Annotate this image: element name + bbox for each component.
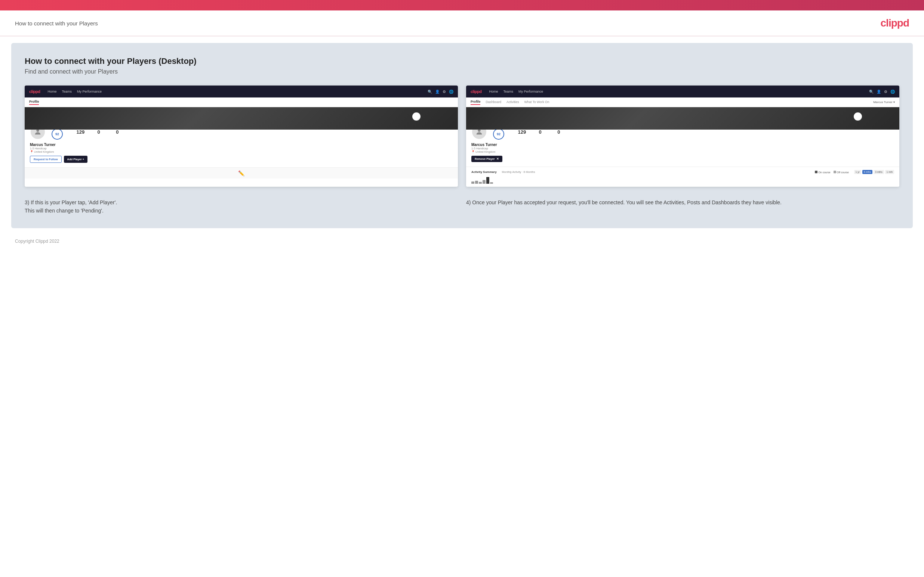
user-icon-2[interactable]: 👤 <box>877 90 881 94</box>
player-dropdown-2[interactable]: Marcus Turner ▾ <box>873 100 895 104</box>
activity-summary-section: Activity Summary Monthly Activity · 6 Mo… <box>466 166 899 187</box>
player-location-2: 📍 United Kingdom <box>471 150 894 153</box>
mock-nav-home-2[interactable]: Home <box>489 90 498 93</box>
hero-ball-1 <box>412 113 420 121</box>
period-3mths-button[interactable]: 3 mths <box>874 170 884 174</box>
mock-logo-2: clippd <box>471 89 481 94</box>
period-buttons: 1 yr 6 mths 3 mths 1 mth <box>854 170 894 174</box>
period-1yr-button[interactable]: 1 yr <box>854 170 861 174</box>
tab-profile-1[interactable]: Profile <box>29 100 39 105</box>
page-subtitle: Find and connect with your Players <box>25 68 899 75</box>
top-bar <box>0 0 924 10</box>
main-content: How to connect with your Players (Deskto… <box>11 43 913 228</box>
action-buttons-2: Remove Player ✕ <box>471 156 894 162</box>
period-1mth-button[interactable]: 1 mth <box>885 170 894 174</box>
period-6mths-button[interactable]: 6 mths <box>862 170 873 174</box>
screenshot-1: clippd Home Teams My Performance 🔍 👤 ⚙ 🌐… <box>25 85 458 187</box>
followers-value-2: 0 <box>539 129 542 135</box>
bar-4 <box>483 180 486 184</box>
player-quality-value-2: 92 <box>493 129 504 140</box>
player-name-1: Marcus Turner <box>30 143 453 147</box>
edit-area-1: ✏️ <box>25 167 458 179</box>
mock-tabs-2: Profile Dashboard Activities What To Wor… <box>466 97 899 107</box>
mock-hero-1 <box>25 107 458 130</box>
mock-logo-1: clippd <box>29 89 40 94</box>
following-value-2: 0 <box>557 129 560 135</box>
activity-chart <box>471 176 894 184</box>
mock-hero-2 <box>466 107 899 130</box>
descriptions-row: 3) If this is your Player tap, 'Add Play… <box>25 197 899 215</box>
tab-dashboard-2[interactable]: Dashboard <box>486 100 501 105</box>
bar-3 <box>479 182 482 184</box>
on-course-legend: On course <box>815 171 830 174</box>
followers-value-1: 0 <box>98 129 100 135</box>
mock-nav-teams-1[interactable]: Teams <box>62 90 72 93</box>
activity-title: Activity Summary <box>471 170 497 174</box>
activities-value-1: 129 <box>77 129 85 135</box>
tab-activities-2[interactable]: Activities <box>506 100 519 105</box>
mock-tabs-1: Profile <box>25 97 458 107</box>
mock-nav-perf-2[interactable]: My Performance <box>519 90 543 93</box>
page-title: How to connect with your Players (Deskto… <box>25 56 899 66</box>
action-buttons-1: Request to Follow Add Player + <box>30 156 453 163</box>
mock-nav-teams-2[interactable]: Teams <box>503 90 513 93</box>
mock-nav-home-1[interactable]: Home <box>47 90 57 93</box>
player-name-2: Marcus Turner <box>471 143 894 147</box>
activities-value-2: 129 <box>518 129 526 135</box>
activity-period: Monthly Activity · 6 Months <box>502 170 535 174</box>
activity-header: Activity Summary Monthly Activity · 6 Mo… <box>471 170 894 174</box>
footer: Copyright Clippd 2022 <box>0 235 924 249</box>
player-handicap-2: 1-5 Handicap <box>471 147 894 150</box>
tab-what-to-work-on-2[interactable]: What To Work On <box>524 100 549 105</box>
player-handicap-1: 1-5 Handicap <box>30 147 453 150</box>
step3-text: 3) If this is your Player tap, 'Add Play… <box>25 199 458 215</box>
request-follow-button[interactable]: Request to Follow <box>30 156 62 163</box>
header: How to connect with your Players clippd <box>0 10 924 36</box>
player-quality-value-1: 92 <box>52 129 63 140</box>
remove-player-x-icon: ✕ <box>496 157 499 161</box>
globe-icon-1[interactable]: 🌐 <box>449 90 453 94</box>
mock-nav-2: clippd Home Teams My Performance 🔍 👤 ⚙ 🌐 <box>466 85 899 97</box>
user-icon-1[interactable]: 👤 <box>435 90 439 94</box>
copyright-text: Copyright Clippd 2022 <box>15 239 60 244</box>
mock-nav-perf-1[interactable]: My Performance <box>77 90 102 93</box>
hero-ball-2 <box>854 113 862 121</box>
globe-icon-2[interactable]: 🌐 <box>890 90 895 94</box>
search-icon-2[interactable]: 🔍 <box>869 90 874 94</box>
screenshots-row: clippd Home Teams My Performance 🔍 👤 ⚙ 🌐… <box>25 85 899 187</box>
add-player-button[interactable]: Add Player + <box>64 156 88 163</box>
following-value-1: 0 <box>116 129 118 135</box>
settings-icon-2[interactable]: ⚙ <box>884 90 887 94</box>
player-info-1: Marcus Turner 1-5 Handicap 📍 United King… <box>30 143 453 153</box>
edit-icon-1: ✏️ <box>238 170 244 176</box>
bar-1 <box>471 182 474 184</box>
player-info-2: Marcus Turner 1-5 Handicap 📍 United King… <box>471 143 894 153</box>
bar-2 <box>475 181 478 184</box>
activity-legend: On course Off course <box>815 171 848 174</box>
bar-5 <box>486 177 489 184</box>
mock-nav-icons-1: 🔍 👤 ⚙ 🌐 <box>428 90 453 94</box>
remove-player-button[interactable]: Remove Player ✕ <box>471 156 502 162</box>
header-title: How to connect with your Players <box>15 20 98 26</box>
remove-player-label: Remove Player <box>475 157 495 161</box>
mock-nav-1: clippd Home Teams My Performance 🔍 👤 ⚙ 🌐 <box>25 85 458 97</box>
description-col-3: 3) If this is your Player tap, 'Add Play… <box>25 197 458 215</box>
description-col-4: 4) Once your Player has accepted your re… <box>466 197 899 215</box>
search-icon-1[interactable]: 🔍 <box>428 90 432 94</box>
bar-6 <box>490 182 493 184</box>
clippd-logo: clippd <box>880 17 909 29</box>
player-location-1: 📍 United Kingdom <box>30 150 453 153</box>
off-course-legend: Off course <box>834 171 849 174</box>
tab-profile-2[interactable]: Profile <box>471 100 480 105</box>
settings-icon-1[interactable]: ⚙ <box>443 90 446 94</box>
step4-text: 4) Once your Player has accepted your re… <box>466 199 899 207</box>
mock-nav-icons-2: 🔍 👤 ⚙ 🌐 <box>869 90 895 94</box>
screenshot-2: clippd Home Teams My Performance 🔍 👤 ⚙ 🌐… <box>466 85 899 187</box>
